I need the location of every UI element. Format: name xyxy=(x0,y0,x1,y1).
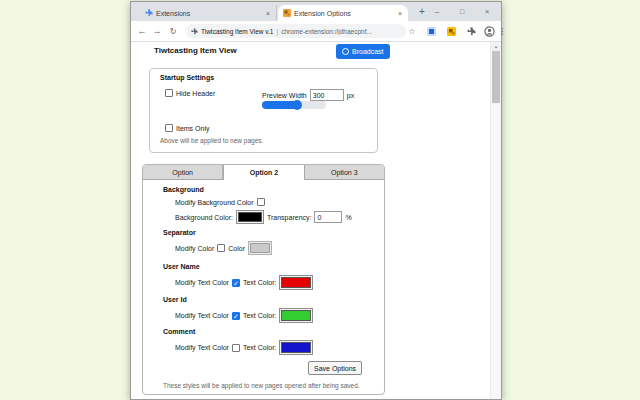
items-only-label: Items Only xyxy=(176,125,209,132)
comment-modify-checkbox[interactable] xyxy=(232,344,240,352)
background-color-swatch[interactable] xyxy=(236,210,264,224)
forward-icon[interactable]: → xyxy=(150,21,164,41)
options-note: These styles will be applied to new page… xyxy=(163,382,360,389)
tab-close-icon[interactable]: × xyxy=(397,10,403,17)
separator-modify-checkbox[interactable] xyxy=(217,244,225,252)
broadcast-button[interactable]: Broadcast xyxy=(336,44,390,59)
save-options-button[interactable]: Save Options xyxy=(308,361,362,375)
options-box: Option Option 2 Option 3 Background Modi… xyxy=(142,164,385,395)
window-maximize-button[interactable]: □ xyxy=(451,2,473,20)
preview-width-slider[interactable] xyxy=(262,101,326,109)
user-name-modify-label: Modify Text Color xyxy=(175,279,229,286)
items-only-row: Items Only xyxy=(165,124,209,132)
window-minimize-button[interactable]: – xyxy=(426,2,448,20)
comment-color-label: Text Color: xyxy=(243,344,276,351)
reload-icon[interactable]: ↻ xyxy=(166,21,180,41)
user-id-color-label: Text Color: xyxy=(243,312,276,319)
tab-close-icon[interactable]: × xyxy=(265,10,271,17)
page-viewport: Tiwtcasting Item View Broadcast Startup … xyxy=(131,42,501,399)
preview-width-label: Preview Width xyxy=(262,92,307,99)
modify-background-row: Modify Background Color xyxy=(175,198,265,206)
comment-heading: Comment xyxy=(163,328,195,335)
back-icon[interactable]: ← xyxy=(135,21,149,41)
tab-strip: Extensions × Extension Options × + – □ × xyxy=(131,2,501,21)
tab-label: Extensions xyxy=(156,10,262,17)
extension-blue-icon[interactable] xyxy=(424,21,438,41)
comment-row: Modify Text Color Text Color: xyxy=(175,340,313,355)
tab-label: Extension Options xyxy=(294,10,394,17)
scrollbar-thumb[interactable] xyxy=(492,51,500,103)
startup-note: Above will be applied to new pages. xyxy=(160,137,263,144)
tab-option-1[interactable]: Option xyxy=(143,165,223,179)
tab-option-2[interactable]: Option 2 xyxy=(223,165,304,180)
startup-settings-box: Startup Settings Hide Header Preview Wid… xyxy=(149,68,378,153)
user-id-modify-label: Modify Text Color xyxy=(175,312,229,319)
hide-header-checkbox[interactable] xyxy=(165,89,173,97)
user-id-row: Modify Text Color Text Color: xyxy=(175,308,313,323)
extension-favicon-icon xyxy=(283,9,291,17)
slider-knob[interactable] xyxy=(292,100,302,110)
hide-header-label: Hide Header xyxy=(176,90,215,97)
browser-toolbar: ← → ↻ Tiwtcasting Item View v.1 | chrome… xyxy=(131,21,501,42)
tab-option-3[interactable]: Option 3 xyxy=(305,165,384,179)
separator-modify-label: Modify Color xyxy=(175,245,214,252)
transparency-label: Transparency: xyxy=(267,214,311,221)
hide-header-row: Hide Header xyxy=(165,89,215,97)
separator-color-label: Color xyxy=(228,245,245,252)
browser-menu-icon[interactable]: ⋮ xyxy=(495,21,509,41)
transparency-input[interactable] xyxy=(314,211,342,223)
user-name-color-label: Text Color: xyxy=(243,279,276,286)
broadcast-icon xyxy=(342,48,349,55)
address-divider: | xyxy=(277,28,279,35)
modify-background-checkbox[interactable] xyxy=(257,198,265,206)
background-color-row: Background Color: Transparency: % xyxy=(175,210,352,224)
extensions-menu-puzzle-icon[interactable] xyxy=(464,21,478,41)
preview-width-unit: px xyxy=(347,92,354,99)
puzzle-favicon-icon xyxy=(145,9,153,17)
scrollbar-up-icon[interactable]: ▲ xyxy=(491,42,501,51)
page-scrollbar[interactable]: ▲ xyxy=(490,42,501,399)
address-page-label: Tiwtcasting Item View v.1 xyxy=(201,28,274,35)
tab-extension-options[interactable]: Extension Options × xyxy=(278,5,408,21)
page-title: Tiwtcasting Item View xyxy=(154,46,237,55)
user-id-heading: User Id xyxy=(163,296,187,303)
startup-settings-heading: Startup Settings xyxy=(160,74,214,81)
separator-row: Modify Color Color xyxy=(175,241,272,255)
separator-color-swatch[interactable] xyxy=(248,241,272,255)
background-heading: Background xyxy=(163,186,204,193)
tab-extensions[interactable]: Extensions × xyxy=(140,5,277,21)
options-tab-bar: Option Option 2 Option 3 xyxy=(143,165,384,180)
user-name-color-swatch[interactable] xyxy=(279,275,313,290)
preview-width-input[interactable] xyxy=(310,89,344,101)
bookmark-star-icon[interactable]: ☆ xyxy=(405,21,419,41)
profile-avatar-icon[interactable] xyxy=(482,21,496,41)
preview-width-row: Preview Width px xyxy=(262,89,354,101)
extension-orange-icon[interactable] xyxy=(444,21,458,41)
browser-window: Extensions × Extension Options × + – □ ×… xyxy=(130,1,502,400)
modify-background-label: Modify Background Color xyxy=(175,199,254,206)
comment-color-swatch[interactable] xyxy=(279,340,313,355)
background-color-label: Background Color: xyxy=(175,214,233,221)
user-id-modify-checkbox[interactable] xyxy=(232,312,240,320)
user-id-color-swatch[interactable] xyxy=(279,308,313,323)
comment-modify-label: Modify Text Color xyxy=(175,344,229,351)
address-url: chrome-extension://jdhaecpnf... xyxy=(281,28,372,35)
user-name-row: Modify Text Color Text Color: xyxy=(175,275,313,290)
transparency-unit: % xyxy=(345,214,351,221)
user-name-modify-checkbox[interactable] xyxy=(232,279,240,287)
separator-heading: Separator xyxy=(163,229,196,236)
address-bar[interactable]: Tiwtcasting Item View v.1 | chrome-exten… xyxy=(185,24,406,38)
extension-puzzle-icon xyxy=(191,28,198,35)
user-name-heading: User Name xyxy=(163,263,200,270)
items-only-checkbox[interactable] xyxy=(165,124,173,132)
window-close-button[interactable]: × xyxy=(476,2,498,20)
